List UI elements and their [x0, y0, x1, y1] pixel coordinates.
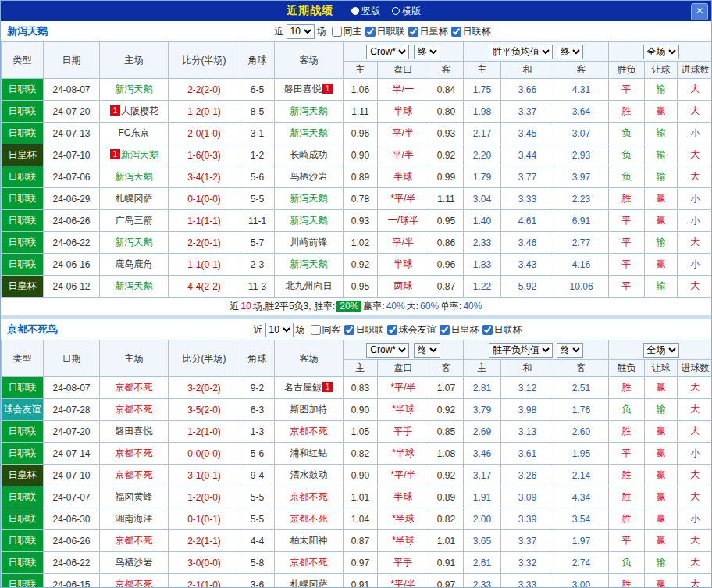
match-score[interactable]: 3-4(1-2) [169, 166, 240, 188]
goals-flag: 大 [678, 574, 712, 588]
team-name[interactable]: 京都不死 [116, 404, 153, 415]
team-name[interactable]: 新泻天鹅 [116, 280, 153, 291]
team-name[interactable]: 鸟栖沙岩 [116, 557, 153, 568]
team-name[interactable]: 浦和红钻 [290, 447, 328, 458]
match-count-select[interactable]: 10 [265, 323, 294, 337]
match-score[interactable]: 1-2(0-1) [169, 101, 240, 123]
avg-stage-select[interactable]: 终 [557, 45, 583, 59]
filter-checkbox[interactable] [311, 325, 321, 335]
corner-score: 9-4 [240, 465, 275, 486]
match-score[interactable]: 2-1(1-0) [169, 574, 240, 588]
red-card-badge: 1 [322, 84, 333, 94]
match-count-select[interactable]: 10 [287, 24, 315, 39]
match-score[interactable]: 1-1(0-1) [169, 254, 240, 276]
filter-日联杯[interactable]: 日联杯 [482, 323, 522, 337]
match-score[interactable]: 1-2(0-0) [169, 486, 240, 508]
odds-company-select[interactable]: Crow* [366, 343, 409, 358]
team-name[interactable]: 新泻天鹅 [116, 237, 153, 248]
avg-source-select[interactable]: 胜平负均值 [489, 343, 553, 358]
scope-select[interactable]: 全场 [643, 343, 679, 358]
match-score[interactable]: 3-0(0-0) [169, 552, 240, 574]
team-name[interactable]: 新泻天鹅 [290, 127, 328, 138]
team-name[interactable]: 新泻天鹅 [116, 84, 153, 94]
team-name[interactable]: 新泻天鹅 [290, 215, 328, 226]
team-name[interactable]: 新泻天鹅 [290, 258, 328, 269]
filter-日皇杯[interactable]: 日皇杯 [408, 25, 448, 38]
team-name[interactable]: 京都不死 [116, 447, 153, 458]
match-score[interactable]: 1-1(1-1) [169, 210, 240, 232]
team-name[interactable]: 福冈黄蜂 [116, 491, 153, 502]
filter-checkbox[interactable] [365, 27, 376, 37]
filter-球会友谊[interactable]: 球会友谊 [387, 323, 436, 337]
filter-同客[interactable]: 同客 [311, 323, 341, 337]
match-score[interactable]: 4-4(2-2) [169, 276, 240, 298]
team-name[interactable]: 新泻天鹅 [290, 105, 328, 116]
filter-checkbox[interactable] [408, 27, 418, 37]
match-score[interactable]: 2-2(0-1) [169, 232, 240, 254]
odds-company-select[interactable]: Crow* [366, 45, 409, 59]
avg-source-select[interactable]: 胜平负均值 [489, 45, 553, 59]
filter-checkbox[interactable] [332, 27, 342, 37]
odds-stage-select[interactable]: 终 [414, 343, 440, 358]
filter-checkbox[interactable] [344, 325, 354, 335]
team-name[interactable]: 京都不死 [116, 579, 153, 588]
match-score[interactable]: 0-1(0-0) [169, 188, 240, 210]
team-name[interactable]: 京都不死 [116, 535, 153, 546]
layout-vertical-option[interactable]: 竖版 [349, 5, 380, 18]
filter-同主[interactable]: 同主 [332, 25, 362, 38]
match-score[interactable]: 0-0(0-0) [169, 443, 240, 465]
team-name[interactable]: 清水鼓动 [290, 469, 328, 480]
team-name[interactable]: 京都不死 [116, 382, 153, 393]
filter-checkbox[interactable] [451, 27, 461, 37]
team-name[interactable]: 札幌冈萨 [290, 579, 328, 588]
team-name[interactable]: 长崎成功 [290, 149, 328, 160]
match-score[interactable]: 1-6(0-3) [169, 144, 240, 166]
team-name[interactable]: 大阪樱花 [121, 105, 158, 116]
filter-日皇杯[interactable]: 日皇杯 [440, 323, 479, 337]
team-name[interactable]: 京都不死 [290, 491, 328, 502]
team-title: 新泻天鹅 [1, 24, 54, 38]
filter-checkbox[interactable] [440, 325, 450, 335]
match-score[interactable]: 2-0(1-0) [169, 123, 240, 144]
match-score[interactable]: 3-2(0-2) [169, 377, 240, 399]
filter-日职联[interactable]: 日职联 [365, 25, 405, 38]
team-name[interactable]: 北九州向日 [286, 280, 333, 291]
match-score[interactable]: 0-1(0-1) [169, 508, 240, 530]
team-name[interactable]: 京都不死 [116, 469, 153, 480]
layout-horizontal-option[interactable]: 横版 [390, 5, 421, 18]
team-name[interactable]: 京都不死 [290, 557, 328, 568]
filter-checkbox[interactable] [482, 325, 493, 335]
close-button[interactable]: ✕ [691, 3, 708, 20]
avg-away: 2.23 [554, 188, 609, 210]
team-name[interactable]: 湘南海洋 [116, 513, 153, 524]
team-name[interactable]: 新泻天鹅 [290, 193, 328, 204]
odds-stage-select[interactable]: 终 [414, 45, 440, 59]
team-name[interactable]: 川崎前锋 [290, 237, 328, 248]
match-score[interactable]: 2-2(2-0) [169, 79, 240, 101]
team-name[interactable]: 新泻天鹅 [121, 149, 158, 160]
filter-日联杯[interactable]: 日联杯 [451, 25, 491, 38]
team-name[interactable]: 磐田喜悦 [284, 84, 322, 94]
corner-score: 1-3 [240, 421, 275, 443]
team-name[interactable]: 札幌冈萨 [116, 193, 153, 204]
match-score[interactable]: 2-2(1-1) [169, 530, 240, 552]
team-name[interactable]: 广岛三箭 [116, 215, 153, 226]
team-name[interactable]: FC东京 [119, 127, 150, 138]
team-name[interactable]: 京都不死 [290, 513, 328, 524]
team-name[interactable]: 新泻天鹅 [116, 171, 153, 182]
team-name[interactable]: 京都不死 [290, 426, 328, 437]
team-name[interactable]: 斯图加特 [290, 404, 328, 415]
team-name[interactable]: 名古屋鲸 [284, 382, 322, 393]
team-name[interactable]: 磐田喜悦 [116, 426, 153, 437]
team-name[interactable]: 鹿岛鹿角 [116, 258, 153, 269]
match-score[interactable]: 3-1(0-1) [169, 465, 240, 486]
scope-select[interactable]: 全场 [643, 45, 679, 59]
filter-日职联[interactable]: 日职联 [344, 323, 384, 337]
avg-stage-select[interactable]: 终 [557, 343, 583, 358]
match-score[interactable]: 1-2(1-0) [169, 421, 240, 443]
odds-away: 1.01 [429, 530, 464, 552]
match-score[interactable]: 3-5(2-0) [169, 399, 240, 421]
team-name[interactable]: 柏太阳神 [290, 535, 328, 546]
team-name[interactable]: 鸟栖沙岩 [290, 171, 328, 182]
filter-checkbox[interactable] [387, 325, 397, 335]
